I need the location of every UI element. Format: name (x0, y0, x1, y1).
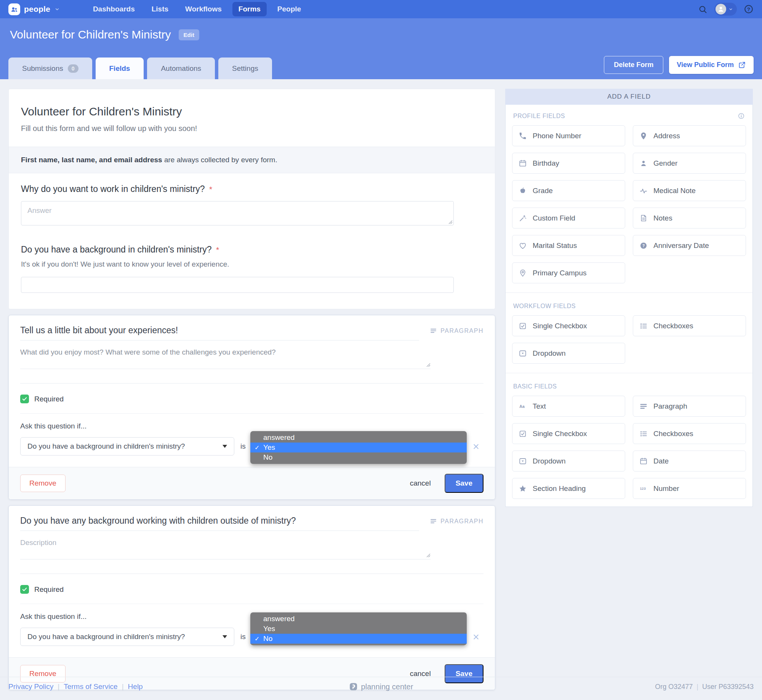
people-logo-icon (8, 3, 20, 15)
tab-settings[interactable]: Settings (218, 58, 272, 79)
remove-field-button[interactable]: Remove (20, 475, 66, 492)
app-switcher[interactable]: people (8, 3, 60, 15)
org-id: Org O32477 (655, 683, 693, 691)
add-field-anniversary-date[interactable]: Anniversary Date (633, 235, 746, 256)
condition-operator: is (240, 442, 246, 451)
add-field-notes[interactable]: Notes (633, 208, 746, 229)
checkbox-icon (519, 430, 527, 438)
field-description-input[interactable] (20, 539, 431, 559)
condition-question-select[interactable]: Do you have a background in children's m… (20, 628, 234, 646)
condition-question-select[interactable]: Do you have a background in children's m… (20, 437, 234, 455)
add-field-single-checkbox[interactable]: Single Checkbox (512, 315, 625, 336)
dropdown-option-answered[interactable]: answered (250, 614, 467, 624)
caret-down-icon (223, 445, 227, 448)
field-type-label: PARAGRAPH (440, 518, 483, 525)
required-checkbox[interactable] (20, 585, 29, 594)
dropdown-option-yes[interactable]: Yes (250, 624, 467, 634)
search-icon[interactable] (698, 5, 708, 14)
field-label: Dropdown (533, 349, 566, 358)
field-title-input[interactable] (20, 325, 419, 340)
dropdown-option-answered[interactable]: answered (250, 433, 467, 443)
add-field-dropdown[interactable]: Dropdown (512, 451, 625, 471)
resize-handle-icon[interactable] (448, 220, 453, 224)
edit-title-button[interactable]: Edit (179, 29, 199, 40)
number-icon (639, 484, 648, 493)
question-2-help: It's ok if you don't! We just want to kn… (21, 260, 483, 268)
field-label: Birthday (533, 159, 559, 168)
footer-link-privacy-policy[interactable]: Privacy Policy (8, 682, 53, 691)
nav-item-people[interactable]: People (271, 2, 307, 16)
view-public-form-button[interactable]: View Public Form (669, 56, 754, 74)
resize-handle-icon[interactable] (426, 363, 431, 367)
always-collected-bold: First name, last name, and email address (21, 156, 162, 164)
nav-item-dashboards[interactable]: Dashboards (87, 2, 141, 16)
question-2-input[interactable] (21, 277, 453, 292)
always-collected-note: First name, last name, and email address… (9, 147, 495, 173)
add-field-custom-field[interactable]: Custom Field (512, 208, 625, 229)
dropdown-option-yes[interactable]: ✓Yes (250, 443, 467, 452)
person-icon (639, 159, 648, 168)
separator: | (58, 682, 59, 691)
external-link-icon (738, 61, 746, 69)
resize-handle-icon[interactable] (426, 553, 431, 558)
dropdown-icon (519, 457, 527, 465)
footer-link-help[interactable]: Help (128, 682, 143, 691)
field-label: Date (653, 457, 669, 465)
remove-condition-icon[interactable] (472, 633, 480, 641)
field-description-input[interactable] (20, 348, 431, 369)
add-field-paragraph[interactable]: Paragraph (633, 396, 746, 417)
field-label: Checkboxes (653, 430, 693, 438)
dropdown-option-no[interactable]: No (250, 452, 467, 462)
add-field-primary-campus[interactable]: Primary Campus (512, 262, 625, 283)
add-field-date[interactable]: Date (633, 451, 746, 471)
sidebar-group-label: WORKFLOW FIELDS (513, 303, 576, 310)
add-field-number[interactable]: Number (633, 478, 746, 499)
cancel-button[interactable]: cancel (410, 479, 431, 487)
tab-automations[interactable]: Automations (147, 58, 215, 79)
top-navigation: people DashboardsListsWorkflowsFormsPeop… (0, 0, 762, 18)
add-field-dropdown[interactable]: Dropdown (512, 343, 625, 364)
footer-link-terms-of-service[interactable]: Terms of Service (64, 682, 117, 691)
remove-condition-icon[interactable] (472, 443, 480, 451)
nav-item-workflows[interactable]: Workflows (179, 2, 228, 16)
rings-icon (639, 241, 648, 250)
lines-icon (639, 402, 648, 411)
page-footer: Privacy Policy|Terms of Service|Help pla… (0, 677, 762, 700)
add-field-grade[interactable]: Grade (512, 180, 625, 201)
dropdown-option-no[interactable]: ✓No (250, 634, 467, 644)
condition-operator: is (240, 633, 246, 641)
tab-submissions[interactable]: Submissions0 (8, 58, 92, 79)
add-field-checkboxes[interactable]: Checkboxes (633, 423, 746, 444)
add-field-section-heading[interactable]: Section Heading (512, 478, 625, 499)
add-field-marital-status[interactable]: Marital Status (512, 235, 625, 256)
field-label: Number (653, 484, 679, 493)
question-1-answer-box (21, 201, 454, 225)
nav-item-forms[interactable]: Forms (232, 2, 267, 16)
chevron-down-icon (728, 6, 733, 12)
add-field-single-checkbox[interactable]: Single Checkbox (512, 423, 625, 444)
condition-value-dropdown-menu: answered✓YesNo (250, 431, 467, 464)
tab-fields[interactable]: Fields (96, 58, 144, 79)
add-field-birthday[interactable]: Birthday (512, 153, 625, 174)
help-icon[interactable] (744, 4, 754, 14)
field-label: Grade (533, 187, 553, 195)
add-field-header: ADD A FIELD (505, 89, 753, 105)
product-name: people (24, 5, 50, 14)
field-label: Anniversary Date (653, 241, 709, 250)
sidebar-group-label: PROFILE FIELDS (513, 113, 565, 120)
account-menu[interactable] (714, 3, 737, 16)
field-title-input[interactable] (20, 516, 419, 531)
add-field-checkboxes[interactable]: Checkboxes (633, 315, 746, 336)
info-icon[interactable] (738, 112, 745, 120)
add-field-text[interactable]: Text (512, 396, 625, 417)
add-field-phone-number[interactable]: Phone Number (512, 125, 625, 146)
add-field-gender[interactable]: Gender (633, 153, 746, 174)
question-1-textarea[interactable] (21, 201, 453, 225)
add-field-address[interactable]: Address (633, 125, 746, 146)
field-extra-line (20, 369, 483, 384)
add-field-medical-note[interactable]: Medical Note (633, 180, 746, 201)
delete-form-button[interactable]: Delete Form (604, 56, 663, 74)
save-button[interactable]: Save (445, 474, 483, 493)
required-checkbox[interactable] (20, 395, 29, 403)
nav-item-lists[interactable]: Lists (146, 2, 174, 16)
